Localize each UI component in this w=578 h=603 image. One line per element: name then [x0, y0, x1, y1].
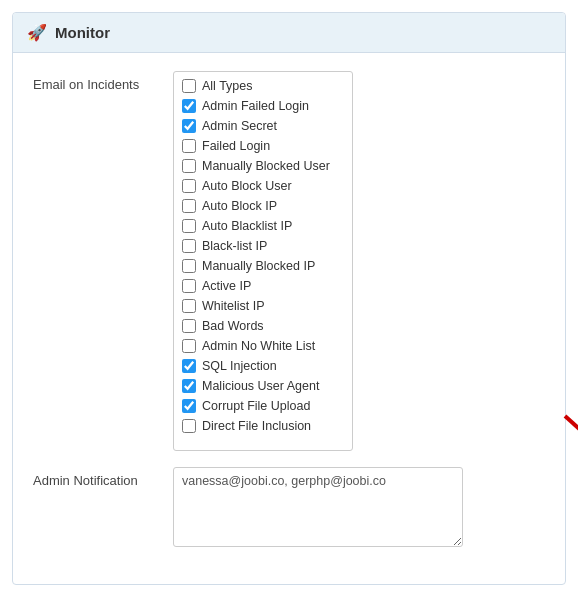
checkbox-admin-failed-login[interactable] — [182, 99, 196, 113]
monitor-icon: 🚀 — [27, 23, 47, 42]
checkbox-item-auto-blacklist-ip[interactable]: Auto Blacklist IP — [174, 216, 352, 236]
checkbox-label-active-ip: Active IP — [202, 279, 251, 293]
checkbox-label-auto-blacklist-ip: Auto Blacklist IP — [202, 219, 292, 233]
checkbox-auto-block-ip[interactable] — [182, 199, 196, 213]
panel-title: Monitor — [55, 24, 110, 41]
checkbox-label-manually-blocked-ip: Manually Blocked IP — [202, 259, 315, 273]
admin-notification-label: Admin Notification — [33, 467, 173, 488]
checkbox-manually-blocked-ip[interactable] — [182, 259, 196, 273]
checkbox-label-admin-failed-login: Admin Failed Login — [202, 99, 309, 113]
checkbox-item-whitelist-ip[interactable]: Whitelist IP — [174, 296, 352, 316]
checkbox-label-direct-file-inclusion: Direct File Inclusion — [202, 419, 311, 433]
arrow-indicator-2 — [555, 411, 578, 474]
checkbox-label-manually-blocked-user: Manually Blocked User — [202, 159, 330, 173]
panel-header: 🚀 Monitor — [13, 13, 565, 53]
checkbox-item-admin-failed-login[interactable]: Admin Failed Login — [174, 96, 352, 116]
checkbox-label-admin-no-white-list: Admin No White List — [202, 339, 315, 353]
checkbox-malicious-user-agent[interactable] — [182, 379, 196, 393]
checkbox-item-direct-file-inclusion[interactable]: Direct File Inclusion — [174, 416, 352, 436]
checkbox-all-types[interactable] — [182, 79, 196, 93]
checkbox-label-all-types: All Types — [202, 79, 253, 93]
row-wrapper: All TypesAdmin Failed LoginAdmin SecretF… — [173, 71, 545, 451]
checkbox-item-auto-block-user[interactable]: Auto Block User — [174, 176, 352, 196]
email-on-incidents-row: Email on Incidents All TypesAdmin Failed… — [33, 71, 545, 451]
checkbox-black-list-ip[interactable] — [182, 239, 196, 253]
checkbox-item-failed-login[interactable]: Failed Login — [174, 136, 352, 156]
checkbox-auto-blacklist-ip[interactable] — [182, 219, 196, 233]
monitor-panel: 🚀 Monitor Email on Incidents All TypesAd… — [12, 12, 566, 585]
checkbox-item-black-list-ip[interactable]: Black-list IP — [174, 236, 352, 256]
email-on-incidents-wrap: All TypesAdmin Failed LoginAdmin SecretF… — [173, 71, 545, 451]
admin-notification-row: Admin Notification — [33, 467, 545, 550]
checkbox-bad-words[interactable] — [182, 319, 196, 333]
checkbox-whitelist-ip[interactable] — [182, 299, 196, 313]
checkbox-active-ip[interactable] — [182, 279, 196, 293]
checkbox-sql-injection[interactable] — [182, 359, 196, 373]
checkbox-corrupt-file-upload[interactable] — [182, 399, 196, 413]
checkbox-failed-login[interactable] — [182, 139, 196, 153]
svg-line-1 — [565, 416, 578, 461]
checkbox-list[interactable]: All TypesAdmin Failed LoginAdmin SecretF… — [173, 71, 353, 451]
checkbox-admin-no-white-list[interactable] — [182, 339, 196, 353]
checkbox-item-admin-no-white-list[interactable]: Admin No White List — [174, 336, 352, 356]
checkbox-label-bad-words: Bad Words — [202, 319, 264, 333]
checkbox-label-malicious-user-agent: Malicious User Agent — [202, 379, 319, 393]
checkbox-item-bad-words[interactable]: Bad Words — [174, 316, 352, 336]
checkbox-label-admin-secret: Admin Secret — [202, 119, 277, 133]
email-on-incidents-label: Email on Incidents — [33, 71, 173, 92]
checkbox-label-corrupt-file-upload: Corrupt File Upload — [202, 399, 310, 413]
checkbox-item-auto-block-ip[interactable]: Auto Block IP — [174, 196, 352, 216]
checkbox-item-admin-secret[interactable]: Admin Secret — [174, 116, 352, 136]
checkbox-manually-blocked-user[interactable] — [182, 159, 196, 173]
checkbox-admin-secret[interactable] — [182, 119, 196, 133]
checkbox-label-whitelist-ip: Whitelist IP — [202, 299, 265, 313]
checkbox-item-corrupt-file-upload[interactable]: Corrupt File Upload — [174, 396, 352, 416]
checkbox-label-failed-login: Failed Login — [202, 139, 270, 153]
admin-notification-textarea[interactable] — [173, 467, 463, 547]
checkbox-label-sql-injection: SQL Injection — [202, 359, 277, 373]
checkbox-item-malicious-user-agent[interactable]: Malicious User Agent — [174, 376, 352, 396]
checkbox-item-manually-blocked-user[interactable]: Manually Blocked User — [174, 156, 352, 176]
checkbox-item-active-ip[interactable]: Active IP — [174, 276, 352, 296]
checkbox-label-auto-block-user: Auto Block User — [202, 179, 292, 193]
checkbox-label-black-list-ip: Black-list IP — [202, 239, 267, 253]
checkbox-item-manually-blocked-ip[interactable]: Manually Blocked IP — [174, 256, 352, 276]
checkbox-item-all-types[interactable]: All Types — [174, 76, 352, 96]
checkbox-label-auto-block-ip: Auto Block IP — [202, 199, 277, 213]
admin-notification-wrap — [173, 467, 545, 550]
checkbox-auto-block-user[interactable] — [182, 179, 196, 193]
panel-body: Email on Incidents All TypesAdmin Failed… — [13, 53, 565, 584]
checkbox-direct-file-inclusion[interactable] — [182, 419, 196, 433]
checkbox-item-sql-injection[interactable]: SQL Injection — [174, 356, 352, 376]
